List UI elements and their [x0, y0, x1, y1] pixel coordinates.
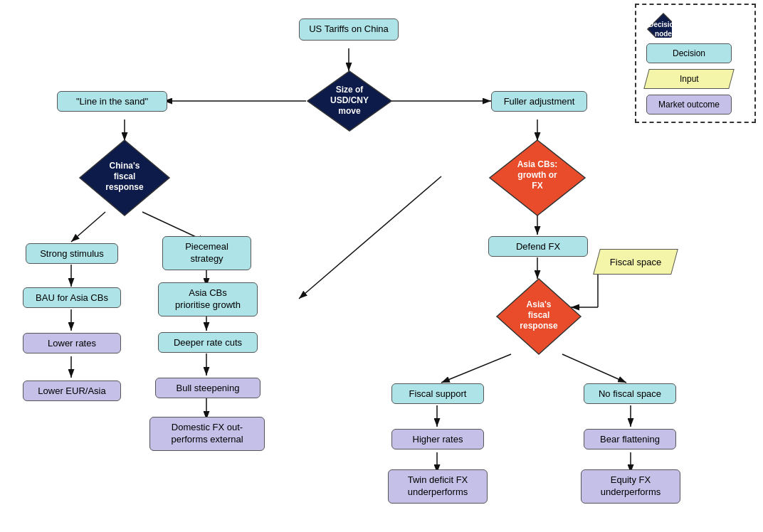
equity-fx-label: Equity FXunderperforms — [581, 469, 680, 504]
svg-line-19 — [299, 176, 441, 299]
us-tariffs-node: US Tariffs on China — [299, 10, 399, 49]
legend-market-outcome: Market outcome — [646, 95, 744, 115]
svg-text:Size of: Size of — [336, 85, 364, 95]
equity-fx-node: Equity FXunderperforms — [581, 471, 680, 502]
dom-fx-label: Domestic FX out-performs external — [149, 417, 265, 451]
fuller-adj-node: Fuller adjustment — [491, 87, 587, 115]
line-sand-label: "Line in the sand" — [57, 91, 167, 112]
bear-flat-node: Bear flattening — [584, 425, 676, 452]
deeper-cuts-node: Deeper rate cuts — [158, 329, 258, 355]
asias-fiscal-diamond: Asia's fiscal response — [495, 277, 582, 356]
legend-box: Decision node Decision Input Market outc… — [635, 4, 756, 123]
svg-text:response: response — [105, 182, 144, 192]
svg-text:response: response — [520, 321, 558, 331]
svg-text:move: move — [338, 106, 361, 116]
defend-fx-label: Defend FX — [488, 236, 588, 257]
svg-line-21 — [562, 354, 626, 383]
higher-rates-label: Higher rates — [391, 429, 484, 449]
svg-text:Decision: Decision — [648, 21, 672, 28]
fiscal-support-node: Fiscal support — [391, 381, 484, 406]
svg-text:FX: FX — [532, 181, 542, 191]
fiscal-space-label: Fiscal space — [593, 249, 678, 275]
legend-input: Input — [646, 69, 744, 89]
deeper-cuts-label: Deeper rate cuts — [158, 332, 258, 353]
legend-input-label: Input — [680, 74, 699, 84]
lower-rates-node: Lower rates — [23, 329, 121, 356]
strong-stim-label: Strong stimulus — [26, 243, 118, 264]
svg-text:Asia CBs:: Asia CBs: — [517, 159, 558, 169]
us-tariffs-label: US Tariffs on China — [299, 18, 399, 41]
fiscal-space-node: Fiscal space — [596, 248, 675, 276]
asia-cbs-prio-label: Asia CBsprioritise growth — [158, 282, 258, 316]
dom-fx-node: Domestic FX out-performs external — [149, 418, 265, 449]
svg-line-20 — [441, 354, 511, 383]
bull-steep-label: Bull steepening — [155, 378, 261, 398]
size-usdcny-diamond: Size of USD/CNY move — [306, 70, 393, 132]
svg-text:growth or: growth or — [517, 170, 557, 180]
no-fiscal-space-node: No fiscal space — [584, 381, 676, 406]
svg-text:Asia's: Asia's — [527, 299, 552, 309]
piecemeal-node: Piecemealstrategy — [162, 238, 251, 268]
fuller-adj-label: Fuller adjustment — [491, 91, 587, 112]
chinas-fiscal-diamond: China's fiscal response — [78, 139, 171, 217]
line-sand-node: "Line in the sand" — [57, 87, 167, 115]
lower-rates-label: Lower rates — [23, 333, 121, 353]
piecemeal-label: Piecemealstrategy — [162, 236, 251, 270]
bau-node: BAU for Asia CBs — [23, 284, 121, 310]
twin-deficit-label: Twin deficit FXunderperforms — [388, 469, 488, 504]
bau-label: BAU for Asia CBs — [23, 287, 121, 308]
fiscal-support-label: Fiscal support — [391, 383, 484, 404]
defend-fx-node: Defend FX — [488, 233, 588, 259]
svg-text:node: node — [655, 30, 672, 38]
legend-decision-node: Decision node — [646, 12, 744, 38]
asia-cbs-prio-node: Asia CBsprioritise growth — [158, 284, 258, 314]
no-fiscal-space-label: No fiscal space — [584, 383, 676, 404]
legend-decision: Decision — [646, 43, 744, 63]
bull-steep-node: Bull steepening — [155, 375, 261, 400]
strong-stim-node: Strong stimulus — [26, 240, 118, 266]
bear-flat-label: Bear flattening — [584, 429, 676, 449]
svg-text:China's: China's — [110, 161, 140, 171]
svg-text:fiscal: fiscal — [528, 310, 550, 320]
lower-eur-label: Lower EUR/Asia — [23, 381, 121, 401]
legend-decision-label: Decision — [646, 43, 732, 63]
legend-market-outcome-label: Market outcome — [646, 95, 732, 115]
higher-rates-node: Higher rates — [391, 425, 484, 452]
asia-cbs-diamond: Asia CBs: growth or FX — [488, 139, 586, 217]
svg-text:fiscal: fiscal — [114, 171, 136, 181]
svg-text:USD/CNY: USD/CNY — [330, 95, 369, 105]
lower-eur-node: Lower EUR/Asia — [23, 377, 121, 404]
twin-deficit-node: Twin deficit FXunderperforms — [388, 471, 488, 502]
